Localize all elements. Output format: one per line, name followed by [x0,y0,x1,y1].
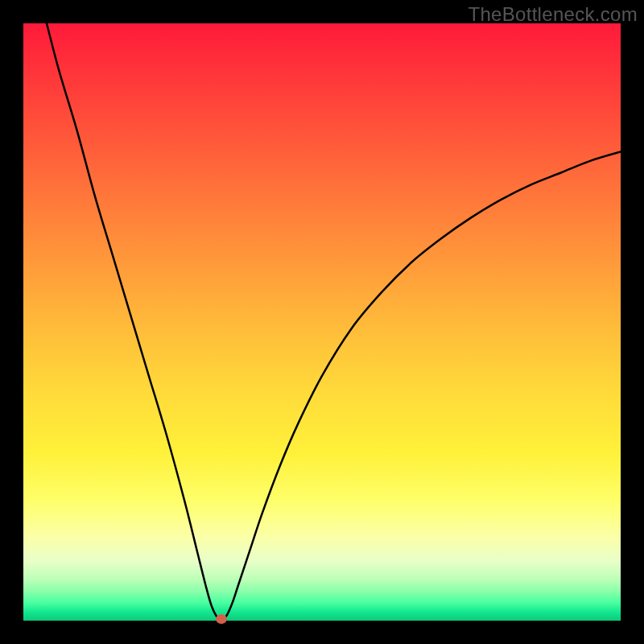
chart-plot-area [23,23,621,621]
bottleneck-curve-path [47,23,621,620]
minimum-marker-dot [216,614,227,624]
watermark-text: TheBottleneck.com [468,3,638,26]
curve-svg [23,23,621,621]
